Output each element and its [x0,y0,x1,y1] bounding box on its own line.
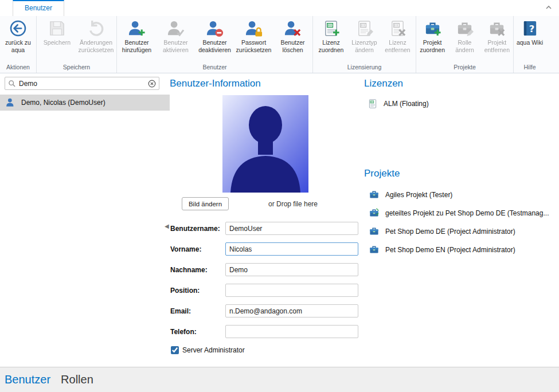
user-delete-icon [284,19,302,37]
ribbon-group-speichern: Speichern Änderungen zurücksetzen Speich… [37,16,117,73]
license-list-item[interactable]: ALM (Floating) [368,99,429,109]
field-label: Position: [170,287,225,295]
back-to-aqua-button[interactable]: zurück zu aqua [2,16,35,63]
server-admin-row: Server Administrator [171,346,245,354]
ribbon-group-label: Benutzer [117,63,312,73]
reset-changes-button[interactable]: Änderungen zurücksetzen [77,16,116,63]
form-row-telefon: Telefon: [170,325,359,338]
aqua-wiki-button[interactable]: ? aqua Wiki [514,16,546,63]
benutzername-field[interactable] [225,222,358,235]
ribbon-group-label: Speichern [37,63,116,73]
project-icon [369,189,380,200]
search-input[interactable] [19,77,144,89]
telefon-field[interactable] [225,325,358,338]
ribbon-group-benutzer: Benutzer hinzufügen Benutzer aktivieren [117,16,313,73]
form-row-position: Position: [170,284,359,297]
server-admin-label: Server Administrator [182,346,245,354]
project-icon [369,244,380,255]
deactivate-user-button[interactable]: Benutzer deaktivieren [196,16,234,63]
ribbon-group-label: Hilfe [514,63,546,73]
project-list-item[interactable]: Pet Shop Demo DE (Project Administrator) [369,226,515,237]
svg-text:?: ? [529,23,534,34]
chevron-up-icon[interactable] [544,3,553,12]
activate-user-button[interactable]: Benutzer aktivieren [157,16,196,63]
wiki-icon: ? [521,19,539,37]
tab-strip: Benutzer [0,0,559,16]
project-label: Pet Shop Demo DE (Project Administrator) [385,228,515,236]
save-button[interactable]: Speichern [38,16,77,63]
assign-project-button[interactable]: Projekt zuordnen [416,16,448,63]
ribbon-group-label: Aktionen [0,63,36,73]
ribbon-group-lizensierung: Lizenz zuordnen Lizenztyp ändern Lizenz … [313,16,416,73]
footer-tab-rollen[interactable]: Rollen [61,373,93,386]
collapse-panel-icon[interactable]: ◀ [165,223,169,229]
shared-project-icon [369,207,380,218]
project-remove-icon [488,19,506,37]
ribbon: zurück zu aqua Aktionen Speichern [0,16,559,73]
field-label: Telefon: [170,328,225,336]
license-icon [368,99,378,109]
ribbon-group-hilfe: ? aqua Wiki Hilfe [514,16,546,73]
undo-icon [87,19,105,37]
add-user-button[interactable]: Benutzer hinzufügen [118,16,157,63]
change-image-button[interactable]: Bild ändern [182,197,229,210]
footer-tab-benutzer[interactable]: Benutzer [5,373,50,386]
remove-license-button[interactable]: Lizenz entfernen [381,16,415,63]
project-list-item[interactable]: geteiltes Projekt zu Pet Shop Demo DE (T… [369,207,549,218]
user-activate-icon [167,19,185,37]
search-icon [8,80,16,88]
nachname-field[interactable] [225,263,358,276]
field-label: Benutzername: [170,225,225,233]
footer-tab-bar: Benutzer Rollen [0,367,559,392]
user-info-form: Benutzername: Vorname: Nachname: Positio… [170,222,359,346]
user-list-item-label: Demo, Nicolas (DemoUser) [21,99,105,107]
field-label: Nachname: [170,266,225,274]
delete-user-button[interactable]: Benutzer löschen [273,16,312,63]
clear-icon[interactable] [148,80,156,88]
project-icon [369,226,380,237]
project-label: Agiles Projekt (Tester) [385,191,452,199]
license-label: ALM (Floating) [384,100,429,108]
user-search-box [5,77,159,90]
license-edit-icon [355,19,373,37]
project-list-item[interactable]: Agiles Projekt (Tester) [369,189,452,200]
server-admin-checkbox[interactable] [171,346,179,354]
field-label: Vorname: [170,245,225,253]
avatar-image[interactable] [222,95,308,193]
role-edit-icon [456,19,474,37]
ribbon-group-label: Projekte [416,63,513,73]
remove-project-button[interactable]: Projekt entfernen [481,16,513,63]
aqua-user-management-window: Benutzer zurück zu aqua Aktionen [0,0,559,392]
drop-file-hint: or Drop file here [268,200,318,208]
vorname-field[interactable] [225,242,358,256]
ribbon-group-aktionen: zurück zu aqua Aktionen [0,16,37,73]
license-remove-icon [389,19,406,37]
project-label: Pet Shop Demo EN (Project Administrator) [385,246,515,254]
user-icon [6,97,16,108]
field-label: Email: [170,307,225,315]
ribbon-group-projekte: Projekt zuordnen Rolle ändern Projekt en… [416,16,514,73]
projects-title: Projekte [364,168,400,179]
user-list-item[interactable]: Demo, Nicolas (DemoUser) [0,95,170,111]
user-info-title: Benutzer-Information [170,78,261,89]
form-row-email: Email: [170,304,359,317]
ribbon-group-label: Lizensierung [313,63,416,73]
tab-benutzer[interactable]: Benutzer [13,0,64,16]
project-list-item[interactable]: Pet Shop Demo EN (Project Administrator) [369,244,515,255]
reset-password-button[interactable]: Passwort zurücksetzen [234,16,273,63]
back-icon [9,19,27,37]
change-role-button[interactable]: Rolle ändern [448,16,480,63]
license-assign-icon [322,19,340,37]
form-row-nachname: Nachname: [170,263,359,276]
position-field[interactable] [225,284,358,297]
email-field[interactable] [225,304,358,317]
project-label: geteiltes Projekt zu Pet Shop Demo DE (T… [385,209,549,217]
password-reset-icon [245,19,263,37]
licenses-title: Lizenzen [364,78,403,89]
change-license-type-button[interactable]: Lizenztyp ändern [348,16,381,63]
assign-license-button[interactable]: Lizenz zuordnen [315,16,348,63]
user-add-icon [128,19,146,37]
form-row-benutzername: Benutzername: [170,222,359,235]
save-icon [48,19,66,37]
form-row-vorname: Vorname: [170,242,359,256]
